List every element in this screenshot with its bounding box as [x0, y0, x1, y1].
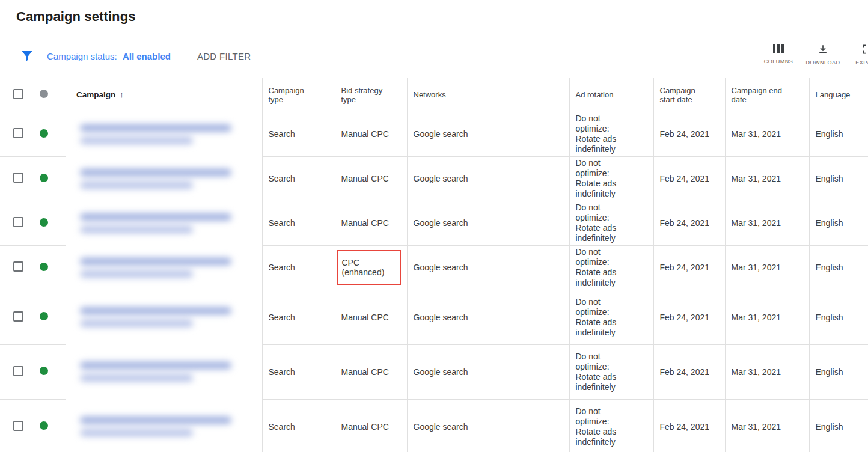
language-cell: English [809, 399, 868, 452]
filter-bar: Campaign status: All enabled ADD FILTER … [0, 34, 868, 78]
expand-button[interactable]: EXPAND [845, 43, 868, 66]
campaign-type-cell: Search [262, 290, 335, 344]
campaign-name-redacted[interactable] [76, 258, 256, 278]
language-cell: English [809, 201, 868, 245]
table-row: Search Manual CPC Google search Do not o… [0, 112, 868, 156]
table-row: Search Manual CPC Google search Do not o… [0, 201, 868, 245]
add-filter-button[interactable]: ADD FILTER [197, 51, 251, 61]
row-checkbox[interactable] [13, 366, 23, 376]
end-date-cell: Mar 31, 2021 [725, 156, 809, 201]
enabled-status-icon [40, 421, 48, 430]
row-checkbox[interactable] [13, 261, 23, 272]
campaign-status-value: All enabled [123, 51, 171, 61]
enabled-status-icon [40, 174, 48, 182]
networks-cell: Google search [407, 201, 569, 245]
column-header-campaign-start-date[interactable]: Campaign start date [653, 78, 725, 112]
table-row: Search Manual CPC Google search Do not o… [0, 156, 868, 201]
bid-strategy-cell: CPC (enhanced) [335, 245, 407, 290]
columns-button[interactable]: COLUMNS [756, 43, 801, 66]
table-header-row: Campaign↑ Campaign type Bid strategy typ… [0, 78, 868, 112]
enabled-status-icon [40, 367, 48, 375]
bid-strategy-cell: Manual CPC [335, 290, 407, 344]
enabled-status-icon [40, 129, 48, 138]
row-checkbox[interactable] [13, 311, 23, 322]
campaign-name-redacted[interactable] [76, 307, 256, 327]
column-header-networks[interactable]: Networks [407, 78, 569, 112]
row-checkbox[interactable] [13, 128, 23, 138]
filter-icon[interactable] [20, 49, 34, 63]
bid-strategy-cell: Manual CPC [335, 399, 407, 452]
start-date-cell: Feb 24, 2021 [653, 201, 725, 245]
networks-cell: Google search [407, 112, 569, 156]
campaigns-table: Campaign↑ Campaign type Bid strategy typ… [0, 78, 868, 452]
end-date-cell: Mar 31, 2021 [725, 201, 809, 245]
status-column-icon [40, 90, 48, 98]
bid-strategy-cell: Manual CPC [335, 201, 407, 245]
campaign-name-redacted[interactable] [76, 213, 256, 233]
campaign-type-cell: Search [262, 245, 335, 290]
columns-button-label: COLUMNS [764, 58, 793, 64]
campaign-type-cell: Search [262, 201, 335, 245]
networks-cell: Google search [407, 344, 569, 399]
columns-icon [772, 43, 784, 54]
column-header-campaign[interactable]: Campaign↑ [66, 78, 262, 112]
ad-rotation-cell: Do not optimize: Rotate ads indefinitely [569, 245, 653, 290]
start-date-cell: Feb 24, 2021 [653, 290, 725, 344]
table-row: Search Manual CPC Google search Do not o… [0, 344, 868, 399]
campaign-type-cell: Search [262, 344, 335, 399]
start-date-cell: Feb 24, 2021 [653, 245, 725, 290]
end-date-cell: Mar 31, 2021 [725, 344, 809, 399]
campaign-type-cell: Search [262, 112, 335, 156]
enabled-status-icon [40, 218, 48, 227]
networks-cell: Google search [407, 290, 569, 344]
page-title: Campaign settings [16, 9, 136, 25]
campaign-status-label: Campaign status: [47, 51, 117, 61]
row-checkbox[interactable] [13, 217, 23, 227]
table-toolbar: COLUMNS DOWNLOAD EXPAND [756, 43, 868, 66]
campaign-status-filter-chip[interactable]: Campaign status: All enabled [47, 51, 171, 61]
table-row: Search Manual CPC Google search Do not o… [0, 290, 868, 344]
networks-cell: Google search [407, 245, 569, 290]
end-date-cell: Mar 31, 2021 [725, 112, 809, 156]
start-date-cell: Feb 24, 2021 [653, 156, 725, 201]
language-cell: English [809, 245, 868, 290]
expand-icon [861, 43, 868, 55]
ad-rotation-cell: Do not optimize: Rotate ads indefinitely [569, 290, 653, 344]
language-cell: English [809, 344, 868, 399]
language-cell: English [809, 290, 868, 344]
campaign-name-redacted[interactable] [76, 124, 256, 144]
language-cell: English [809, 112, 868, 156]
column-header-campaign-type[interactable]: Campaign type [262, 78, 335, 112]
table-row: Search Manual CPC Google search Do not o… [0, 399, 868, 452]
download-button[interactable]: DOWNLOAD [801, 43, 845, 66]
language-cell: English [809, 156, 868, 201]
column-header-language[interactable]: Language [809, 78, 868, 112]
networks-cell: Google search [407, 156, 569, 201]
bid-strategy-cell: Manual CPC [335, 112, 407, 156]
enabled-status-icon [40, 263, 48, 271]
select-all-checkbox[interactable] [13, 89, 23, 99]
row-checkbox[interactable] [13, 421, 23, 431]
campaign-name-redacted[interactable] [76, 417, 256, 436]
column-header-ad-rotation[interactable]: Ad rotation [569, 78, 653, 112]
end-date-cell: Mar 31, 2021 [725, 399, 809, 452]
bid-strategy-cell: Manual CPC [335, 156, 407, 201]
ad-rotation-cell: Do not optimize: Rotate ads indefinitely [569, 344, 653, 399]
ad-rotation-cell: Do not optimize: Rotate ads indefinitely [569, 156, 653, 201]
bid-strategy-cell: Manual CPC [335, 344, 407, 399]
campaign-name-redacted[interactable] [76, 169, 256, 189]
start-date-cell: Feb 24, 2021 [653, 399, 725, 452]
page-header: Campaign settings [0, 0, 868, 34]
end-date-cell: Mar 31, 2021 [725, 290, 809, 344]
column-header-campaign-end-date[interactable]: Campaign end date [725, 78, 809, 112]
column-header-bid-strategy-type[interactable]: Bid strategy type [335, 78, 407, 112]
expand-button-label: EXPAND [855, 60, 868, 66]
campaign-type-cell: Search [262, 156, 335, 201]
campaign-name-redacted[interactable] [76, 362, 256, 382]
row-checkbox[interactable] [13, 173, 23, 183]
sort-ascending-icon: ↑ [120, 90, 124, 99]
enabled-status-icon [40, 312, 48, 320]
download-button-label: DOWNLOAD [805, 60, 840, 66]
end-date-cell: Mar 31, 2021 [725, 245, 809, 290]
ad-rotation-cell: Do not optimize: Rotate ads indefinitely [569, 112, 653, 156]
